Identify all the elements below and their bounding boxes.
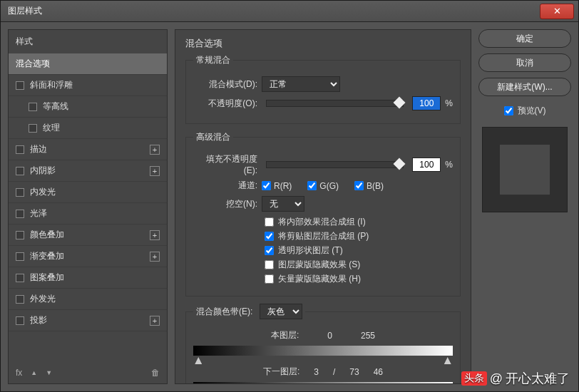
group-advanced-blend: 高级混合 填充不透明度(E): % 通道: R(R) G(G) B(B) 挖空(… — [185, 131, 461, 296]
preview-swatch — [482, 127, 568, 212]
group-legend: 高级混合 — [193, 131, 233, 143]
preview-label: 预览(V) — [518, 105, 546, 117]
sidebar-item-label: 颜色叠加 — [30, 229, 64, 241]
checkbox-icon[interactable] — [16, 295, 24, 304]
styles-sidebar: 样式 混合选项 斜面和浮雕 等高线 纹理 — [8, 29, 168, 384]
sidebar-item-label: 描边 — [30, 143, 47, 155]
cancel-button[interactable]: 取消 — [478, 53, 571, 72]
sidebar-item-contour[interactable]: 等高线 — [9, 96, 167, 118]
sidebar-item-texture[interactable]: 纹理 — [9, 118, 167, 139]
arrow-up-icon[interactable]: ▲ — [31, 369, 37, 376]
this-lo: 0 — [327, 331, 332, 341]
sidebar-item-label: 混合选项 — [16, 58, 50, 70]
style-list: 混合选项 斜面和浮雕 等高线 纹理 描边 + — [9, 53, 167, 362]
checkbox-icon[interactable] — [29, 103, 37, 111]
watermark: 头条 @ 开心太难了 — [461, 370, 570, 387]
blend-mode-select[interactable]: 正常 — [262, 76, 340, 92]
preview-checkbox[interactable] — [504, 106, 513, 115]
opacity-slider[interactable] — [266, 100, 404, 107]
sidebar-item-label: 纹理 — [43, 122, 60, 134]
sidebar-item-pattern-overlay[interactable]: 图案叠加 — [9, 267, 167, 289]
this-hi: 255 — [361, 331, 375, 341]
channel-b-label: B(B) — [367, 181, 384, 191]
sidebar-item-satin[interactable]: 光泽 — [9, 203, 167, 225]
window-title: 图层样式 — [1, 5, 42, 17]
slider-marker-icon[interactable] — [444, 357, 451, 364]
knockout-select[interactable]: 无 — [262, 196, 304, 212]
dialog-window: 图层样式 ✕ 样式 混合选项 斜面和浮雕 等高线 — [0, 0, 579, 392]
channel-r-checkbox[interactable] — [262, 181, 271, 190]
panel-title: 混合选项 — [185, 37, 461, 50]
fill-unit: % — [445, 160, 453, 170]
opt-label: 图层蒙版隐藏效果 (S) — [278, 259, 360, 271]
sidebar-item-label: 等高线 — [43, 100, 68, 113]
channel-b-checkbox[interactable] — [354, 181, 364, 190]
close-button[interactable]: ✕ — [540, 4, 574, 19]
checkbox-icon[interactable] — [16, 274, 24, 282]
channel-g-label: G(G) — [319, 181, 339, 191]
watermark-name: 开心太难了 — [506, 370, 570, 387]
sidebar-item-label: 光泽 — [30, 207, 47, 220]
checkbox-icon[interactable] — [16, 81, 24, 90]
checkbox-icon[interactable] — [16, 231, 24, 239]
sidebar-item-label: 外发光 — [30, 293, 56, 305]
sidebar-item-inner-glow[interactable]: 内发光 — [9, 182, 167, 203]
sidebar-item-inner-shadow[interactable]: 内阴影 + — [9, 160, 167, 182]
under-c: 46 — [374, 367, 383, 377]
channel-g-checkbox[interactable] — [307, 181, 317, 190]
blendif-channel-select[interactable]: 灰色 — [260, 304, 302, 319]
checkbox-icon[interactable] — [16, 145, 24, 154]
opt-transparency-checkbox[interactable] — [265, 246, 274, 255]
options-panel: 混合选项 常规混合 混合模式(D): 正常 不透明度(O): % 高级混合 — [175, 29, 471, 384]
close-icon: ✕ — [553, 6, 561, 16]
blend-mode-label: 混合模式(D): — [193, 78, 257, 91]
sidebar-item-color-overlay[interactable]: 颜色叠加 + — [9, 225, 167, 246]
group-normal-blend: 常规混合 混合模式(D): 正常 不透明度(O): % — [185, 54, 461, 124]
fill-input[interactable] — [412, 158, 441, 172]
plus-icon[interactable]: + — [150, 145, 160, 155]
under-sep: / — [333, 367, 335, 377]
checkbox-icon[interactable] — [16, 252, 24, 261]
checkbox-icon[interactable] — [29, 124, 37, 133]
new-style-button[interactable]: 新建样式(W)... — [478, 78, 571, 96]
opt-clipped-checkbox[interactable] — [265, 232, 274, 241]
plus-icon[interactable]: + — [150, 166, 160, 176]
plus-icon[interactable]: + — [150, 252, 160, 262]
opt-interior-checkbox[interactable] — [265, 217, 274, 227]
opacity-input[interactable] — [412, 96, 441, 110]
checkbox-icon[interactable] — [16, 167, 24, 175]
slider-marker-icon[interactable] — [195, 357, 202, 364]
sidebar-item-gradient-overlay[interactable]: 渐变叠加 + — [9, 246, 167, 267]
this-layer-gradient[interactable] — [193, 346, 453, 356]
plus-icon[interactable]: + — [150, 230, 160, 240]
sidebar-item-outer-glow[interactable]: 外发光 — [9, 289, 167, 310]
sidebar-item-stroke[interactable]: 描边 + — [9, 139, 167, 160]
opacity-label: 不透明度(O): — [193, 98, 257, 110]
sidebar-header: 样式 — [9, 30, 167, 53]
sidebar-item-drop-shadow[interactable]: 投影 + — [9, 310, 167, 331]
under-layer-gradient[interactable] — [193, 382, 453, 384]
opt-vectormask-checkbox[interactable] — [265, 274, 274, 284]
sidebar-item-blend-options[interactable]: 混合选项 — [9, 53, 167, 75]
group-legend: 混合颜色带(E): 灰色 — [193, 304, 305, 319]
checkbox-icon[interactable] — [16, 188, 24, 197]
checkbox-icon[interactable] — [16, 210, 24, 218]
group-blend-if: 混合颜色带(E): 灰色 本图层: 0 255 下一图层: 3 / 73 — [185, 304, 461, 384]
fx-icon[interactable]: fx — [16, 368, 22, 378]
watermark-prefix: 头条 — [461, 371, 487, 386]
fill-slider[interactable] — [266, 161, 404, 168]
sidebar-item-label: 内发光 — [30, 186, 56, 198]
sidebar-item-label: 投影 — [30, 314, 47, 326]
group-legend: 常规混合 — [193, 54, 233, 66]
trash-icon[interactable]: 🗑 — [151, 368, 160, 378]
ok-button[interactable]: 确定 — [478, 29, 571, 48]
checkbox-icon[interactable] — [16, 316, 24, 325]
sidebar-item-bevel[interactable]: 斜面和浮雕 — [9, 75, 167, 96]
plus-icon[interactable]: + — [150, 316, 160, 326]
arrow-down-icon[interactable]: ▼ — [46, 369, 52, 376]
sidebar-item-label: 渐变叠加 — [30, 250, 64, 262]
sidebar-item-label: 斜面和浮雕 — [30, 79, 73, 91]
watermark-at: @ — [490, 371, 503, 386]
opt-layermask-checkbox[interactable] — [265, 260, 274, 269]
titlebar: 图层样式 ✕ — [1, 1, 578, 22]
